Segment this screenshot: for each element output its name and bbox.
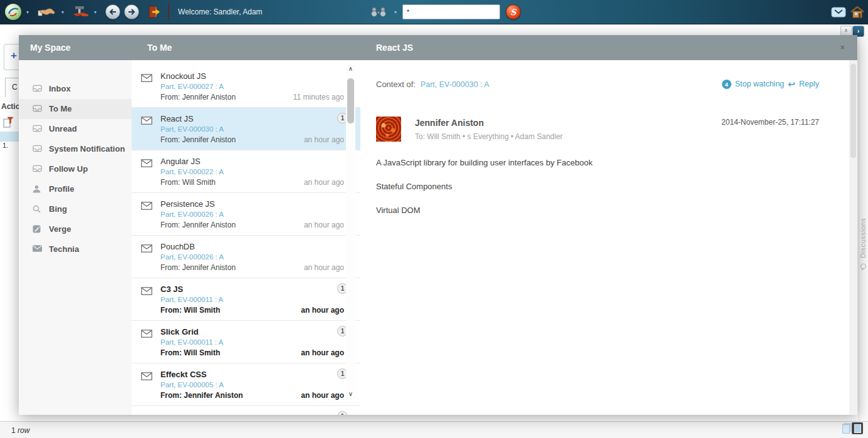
welcome-text: Welcome: Sandler, Adam (178, 8, 263, 16)
toolbox-icon[interactable] (73, 6, 89, 18)
list-item[interactable]: Knockout JS Part, EV-000027 : A From: Je… (132, 65, 360, 108)
arrow-left-icon (109, 9, 117, 15)
body-paragraph: Stateful Components (376, 182, 819, 191)
scrollbar-thumb[interactable] (850, 64, 856, 158)
context-row: Context of:Part, EV-000030 : A 4 Stop wa… (376, 79, 819, 89)
message-from: From: Will Smith (160, 306, 220, 315)
envelope-icon (141, 244, 152, 255)
collapse-header-button[interactable]: ∧ (840, 26, 852, 36)
unread-count-badge: 1 (337, 411, 348, 415)
message-title: Knockout JS (160, 71, 344, 81)
message-part-link[interactable]: Part, EV-000026 : A (160, 211, 344, 218)
message-part-link[interactable]: Part, EV-000026 : A (160, 253, 344, 261)
list-scrollbar[interactable]: ∧ ∨ (346, 65, 355, 399)
message-time: an hour ago (301, 306, 344, 315)
message-part-link[interactable]: Part, EV-000011 : A (160, 296, 344, 303)
find-caret-icon[interactable]: ▾ (394, 9, 397, 15)
copy-view-icon[interactable] (842, 424, 850, 434)
message-title: C3 JS (160, 284, 344, 294)
toolbar-right-group (831, 0, 864, 24)
app-launcher-icon[interactable] (5, 4, 21, 20)
message-body: A JavaScript library for building user i… (376, 158, 819, 215)
maximize-view-icon[interactable] (852, 422, 863, 434)
list-item[interactable]: PouchDB Part, EV-000026 : A From: Jennif… (132, 236, 360, 278)
recipients-line: To: Will Smith • s Everything • Adam San… (415, 132, 563, 141)
context-part-link[interactable]: Part, EV-000030 : A (421, 80, 489, 89)
message-title: React JS (160, 114, 344, 123)
message-part-link[interactable]: Part, EV-000005 : A (160, 381, 344, 388)
notifications-tray-icon[interactable] (831, 7, 846, 18)
sidebar-item-label: Inbox (49, 84, 71, 93)
search-submit-button[interactable]: S (506, 4, 521, 19)
table-row[interactable] (0, 132, 19, 142)
message-from: From: Will Smith (160, 348, 220, 357)
back-button[interactable] (105, 4, 120, 19)
sidebar-item-verge[interactable]: Verge (19, 219, 132, 239)
find-binoculars-icon[interactable] (370, 7, 387, 17)
sidebar-item-profile[interactable]: Profile (19, 179, 132, 199)
context-of: Context of:Part, EV-000030 : A (376, 80, 489, 89)
discussions-tab-label[interactable]: Discussions (859, 180, 868, 258)
sidebar-item-inbox[interactable]: Inbox (19, 79, 132, 99)
search-icon (33, 205, 41, 213)
message-part-link[interactable]: Part, EV-000027 : A (160, 83, 344, 90)
forward-button[interactable] (124, 4, 139, 19)
sidebar-item-technia[interactable]: Technia (19, 239, 132, 259)
sidebar-item-bing[interactable]: Bing (19, 199, 132, 219)
message-title: PouchDB (160, 242, 344, 251)
sidebar-item-label: System Notification (49, 144, 125, 154)
sidebar-item-label: Bing (49, 204, 67, 214)
envelope-icon (141, 372, 152, 383)
close-icon[interactable]: × (824, 35, 845, 60)
envelope-icon (141, 414, 152, 415)
message-time: an hour ago (304, 178, 344, 187)
list-item[interactable]: React JS Part, EV-000030 : A From: Jenni… (132, 108, 360, 150)
message-timestamp: 2014-November-25, 17:11:27 (721, 118, 819, 127)
sidebar-header: My Space (19, 35, 132, 60)
detail-scrollbar[interactable] (849, 60, 857, 415)
list-item[interactable]: Angular JS Part, EV-000022 : A From: Wil… (132, 150, 360, 193)
row-count: 1 row (11, 426, 29, 435)
message-part-link[interactable]: Part, EV-000022 : A (160, 168, 344, 175)
toolbox-caret-icon[interactable]: ▾ (94, 9, 97, 15)
person-icon (33, 185, 41, 193)
screen: ▾ ▾ ▾ (0, 0, 868, 438)
stop-watching-link[interactable]: Stop watching (735, 80, 785, 88)
sidebar-item-system-notification[interactable]: System Notification (19, 139, 132, 159)
sidebar-item-unread[interactable]: Unread (19, 119, 132, 139)
search-input[interactable] (402, 4, 500, 19)
logout-door-icon[interactable] (148, 5, 160, 19)
scroll-up-icon[interactable]: ∧ (346, 65, 355, 73)
inbox-tray-icon (33, 145, 42, 152)
background-tab-label: C (12, 83, 18, 91)
actions-hand-icon[interactable] (38, 5, 56, 19)
toolbar-left-group: ▾ ▾ ▾ (5, 0, 263, 24)
sidebar-item-label: Follow Up (49, 164, 88, 174)
home-icon[interactable] (850, 6, 864, 18)
list-item[interactable]: Slick Grid Part, EV-000011 : A From: Wil… (132, 321, 360, 363)
scroll-down-icon[interactable]: ∨ (346, 390, 355, 399)
reply-link[interactable]: Reply (799, 80, 819, 88)
envelope-icon (141, 116, 152, 127)
scrollbar-thumb[interactable] (347, 78, 354, 123)
list-item[interactable]: Persistence JS Part, EV-000026 : A From:… (132, 193, 360, 236)
envelope-icon (141, 286, 152, 298)
message-part-link[interactable]: Part, EV-000030 : A (160, 125, 344, 133)
sidebar-item-follow-up[interactable]: Follow Up (19, 159, 132, 179)
sidebar-item-label: To Me (49, 104, 72, 113)
sidebar-item-label: Profile (49, 184, 74, 194)
sidebar-item-to-me[interactable]: To Me (19, 99, 132, 119)
actions-caret-icon[interactable]: ▾ (61, 9, 64, 15)
envelope-icon (141, 73, 152, 85)
list-item[interactable]: Effeckt CSS Part, EV-000005 : A From: Je… (132, 363, 360, 406)
filter-icon[interactable] (3, 117, 14, 130)
list-item[interactable]: 1 (132, 406, 360, 415)
list-item[interactable]: C3 JS Part, EV-000011 : A From: Will Smi… (132, 278, 360, 321)
row-count-number: 1 (11, 426, 16, 435)
app-launcher-caret-icon[interactable]: ▾ (26, 9, 29, 15)
inbox-tray-icon (33, 105, 42, 112)
watcher-count-badge: 4 (722, 80, 731, 89)
sidebar-title: My Space (19, 43, 71, 53)
message-part-link[interactable]: Part, EV-000011 : A (160, 338, 344, 346)
detail-header: React JS × (360, 35, 857, 60)
